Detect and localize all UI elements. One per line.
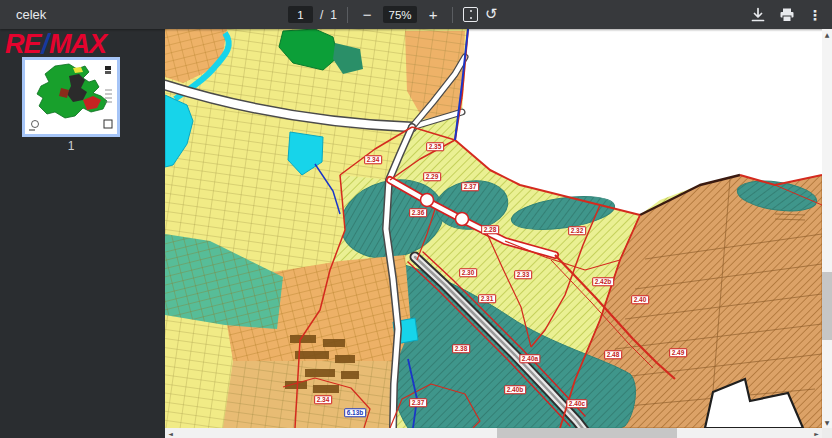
thumbnail-sidebar: RE/MAX 1: [0, 29, 165, 438]
toolbar-center-controls: 1 / 1 − 75% + ↺: [288, 0, 498, 29]
zone-label: 6.13b: [344, 408, 366, 417]
print-icon[interactable]: [779, 7, 795, 23]
zone-label: 2.38: [452, 344, 470, 353]
zone-label: 2.37: [461, 182, 479, 191]
map-document-page[interactable]: 2.342.352.292.372.362.282.322.302.332.31…: [165, 29, 822, 428]
remax-logo-slash: /: [41, 29, 50, 59]
scrollbar-corner: [822, 428, 832, 438]
horizontal-scrollbar-thumb[interactable]: [497, 428, 677, 438]
more-options-icon[interactable]: ⋮: [808, 7, 822, 23]
pdf-toolbar: celek 1 / 1 − 75% + ↺ ⋮: [0, 0, 832, 29]
zone-label: 2.40c: [566, 399, 587, 408]
zone-label: 2.31: [478, 294, 496, 303]
zone-label: 2.28: [481, 225, 499, 234]
toolbar-separator: [347, 7, 348, 23]
zone-label: 2.40a: [519, 354, 540, 363]
page-number-input[interactable]: 1: [288, 6, 313, 23]
thumbnail-page-number: 1: [22, 139, 120, 153]
zone-label: 2.49: [669, 348, 687, 357]
zone-label: 2.40b: [504, 385, 526, 394]
page-count: 1: [330, 8, 337, 22]
document-title: celek: [16, 7, 46, 22]
remax-logo: RE/MAX: [5, 31, 106, 58]
zone-label: 2.30: [459, 268, 477, 277]
zone-label: 2.37: [409, 398, 427, 407]
horizontal-scrollbar[interactable]: ◄ ►: [165, 428, 822, 438]
fit-to-page-icon[interactable]: [463, 7, 478, 22]
page-thumbnail[interactable]: [22, 57, 120, 137]
vertical-scrollbar[interactable]: ▲ ▼: [822, 29, 832, 428]
zoom-level-input[interactable]: 75%: [383, 6, 417, 23]
zone-label: 2.35: [426, 142, 444, 151]
vertical-scrollbar-thumb[interactable]: [822, 272, 832, 340]
rotate-counterclockwise-icon[interactable]: ↺: [485, 5, 498, 23]
zoom-in-button[interactable]: +: [424, 6, 442, 24]
toolbar-separator: [452, 7, 453, 23]
scroll-down-arrow[interactable]: ▼: [822, 417, 832, 428]
zone-labels-layer: 2.342.352.292.372.362.282.322.302.332.31…: [165, 29, 822, 428]
zone-label: 2.29: [423, 172, 441, 181]
zone-label: 2.34: [364, 155, 382, 164]
zone-label: 2.48: [604, 350, 622, 359]
download-icon[interactable]: [750, 7, 766, 23]
remax-logo-re: RE: [5, 29, 41, 59]
zone-label: 2.40: [631, 295, 649, 304]
zone-label: 2.32: [568, 226, 586, 235]
zone-label: 2.34: [314, 395, 332, 404]
scroll-left-arrow[interactable]: ◄: [165, 428, 176, 438]
zone-label: 2.36: [409, 208, 427, 217]
zoom-out-button[interactable]: −: [358, 6, 376, 24]
zone-label: 2.33: [514, 270, 532, 279]
remax-logo-max: MAX: [49, 29, 106, 59]
page-divider: /: [320, 8, 323, 22]
scroll-up-arrow[interactable]: ▲: [822, 29, 832, 40]
toolbar-right-controls: ⋮: [750, 0, 822, 29]
thumbnail-map-preview: [25, 60, 117, 134]
zone-label: 2.42b: [592, 277, 614, 286]
scroll-right-arrow[interactable]: ►: [811, 428, 822, 438]
